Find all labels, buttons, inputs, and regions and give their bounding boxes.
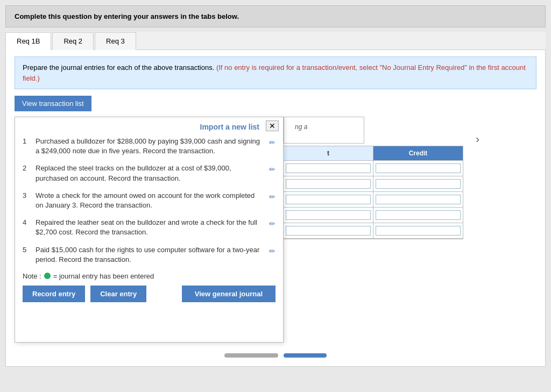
edit-icon-1[interactable]: ✏ xyxy=(269,138,276,148)
list-item: 2 Replaced the steel tracks on the bulld… xyxy=(23,163,276,183)
credit-input-2[interactable] xyxy=(376,179,461,189)
journal-cell-debit-3 xyxy=(284,192,373,207)
debit-input-5[interactable] xyxy=(286,226,371,236)
credit-input-5[interactable] xyxy=(376,226,461,236)
list-item: 4 Repaired the leather seat on the bulld… xyxy=(23,218,276,237)
journal-table: t Credit xyxy=(283,146,463,239)
edit-icon-5[interactable]: ✏ xyxy=(269,246,276,257)
view-transaction-list-button[interactable]: View transaction list xyxy=(15,96,91,111)
journal-row xyxy=(284,161,463,176)
green-dot-icon xyxy=(44,273,51,279)
bottom-buttons: Record entry Clear entry View general jo… xyxy=(23,286,276,302)
list-item: 3 Wrote a check for the amount owed on a… xyxy=(23,191,276,210)
scroll-indicator-gray[interactable] xyxy=(224,353,278,358)
journal-cell-debit-4 xyxy=(284,208,373,223)
popup-panel: ✕ Import a new list 1 Purchased a bulldo… xyxy=(15,117,284,343)
popup-title: Import a new list xyxy=(23,123,276,131)
note-text: = journal entry has been entered xyxy=(53,272,154,280)
edit-icon-3[interactable]: ✏ xyxy=(269,192,276,203)
view-general-journal-button[interactable]: View general journal xyxy=(182,286,276,302)
content-area: Prepare the journal entries for each of … xyxy=(5,50,546,367)
scroll-bar-area xyxy=(15,353,536,358)
instruction-bar: Complete this question by entering your … xyxy=(5,5,546,27)
journal-row xyxy=(284,176,463,192)
right-side: › ng a t Credit xyxy=(284,117,463,343)
debit-input-4[interactable] xyxy=(286,210,371,220)
credit-input-4[interactable] xyxy=(376,210,461,220)
transaction-list: 1 Purchased a bulldozer for $288,000 by … xyxy=(23,137,276,265)
journal-cell-debit-5 xyxy=(284,223,373,238)
debit-input-3[interactable] xyxy=(286,195,371,204)
partial-text-box: ng a xyxy=(284,117,364,144)
clear-entry-button[interactable]: Clear entry xyxy=(90,286,146,302)
journal-row xyxy=(284,223,463,239)
note-row: Note : = journal entry has been entered xyxy=(23,272,276,280)
debit-input-2[interactable] xyxy=(286,179,371,189)
tab-req3[interactable]: Req 3 xyxy=(95,32,136,50)
tabs-row: Req 1B Req 2 Req 3 xyxy=(5,32,546,50)
journal-row xyxy=(284,192,463,208)
next-arrow-icon[interactable]: › xyxy=(476,133,479,145)
list-item: 1 Purchased a bulldozer for $288,000 by … xyxy=(23,137,276,156)
record-entry-button[interactable]: Record entry xyxy=(23,286,85,302)
partial-text: ng a xyxy=(293,121,309,133)
tab-req1b[interactable]: Req 1B xyxy=(5,32,51,50)
tab-req2[interactable]: Req 2 xyxy=(52,32,94,50)
journal-row xyxy=(284,208,463,223)
journal-cell-credit-1 xyxy=(373,161,463,176)
edit-icon-2[interactable]: ✏ xyxy=(269,165,276,175)
journal-cell-debit-2 xyxy=(284,176,373,191)
info-text: Prepare the journal entries for each of … xyxy=(23,63,214,72)
debit-input-1[interactable] xyxy=(286,163,371,173)
edit-icon-4[interactable]: ✏ xyxy=(269,219,276,230)
popup-container: ✕ Import a new list 1 Purchased a bulldo… xyxy=(15,117,536,343)
info-box: Prepare the journal entries for each of … xyxy=(15,56,536,89)
credit-input-1[interactable] xyxy=(376,163,461,173)
instruction-text: Complete this question by entering your … xyxy=(15,12,239,20)
journal-cell-credit-5 xyxy=(373,223,463,238)
scroll-indicator-blue[interactable] xyxy=(284,353,327,358)
popup-close-button[interactable]: ✕ xyxy=(266,120,279,131)
list-item: 5 Paid $15,000 cash for the rights to us… xyxy=(23,245,276,265)
journal-cell-credit-4 xyxy=(373,208,463,223)
journal-cell-debit-1 xyxy=(284,161,373,176)
credit-input-3[interactable] xyxy=(376,195,461,204)
journal-header-row: t Credit xyxy=(284,146,463,161)
journal-col-debit: t xyxy=(284,146,373,160)
journal-cell-credit-3 xyxy=(373,192,463,207)
journal-cell-credit-2 xyxy=(373,176,463,191)
journal-col-credit: Credit xyxy=(373,146,463,160)
